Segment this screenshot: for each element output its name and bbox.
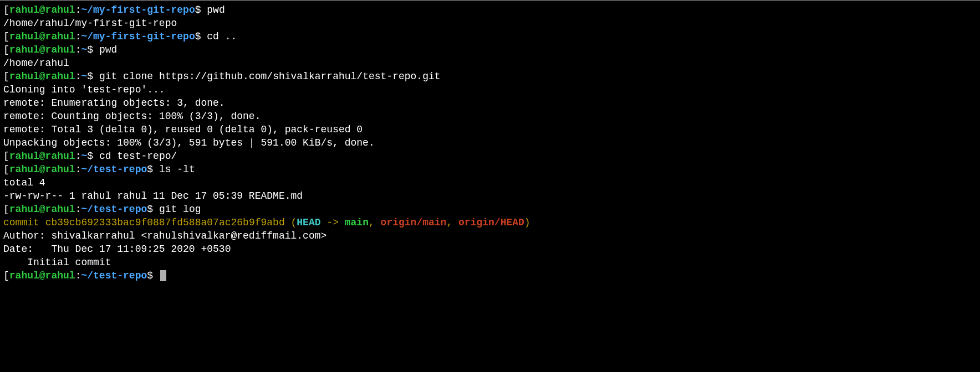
bracket-open: [ [3,270,9,281]
command-text: cd .. [207,31,237,42]
output-pwd: /home/rahul [3,56,977,70]
user-host: rahul@rahul [9,4,75,16]
colon: : [75,164,81,175]
bracket-open: [ [3,31,9,42]
output-ls-total: total 4 [3,176,977,189]
colon: : [75,270,81,281]
prompt-line-1: [rahul@rahul:~/my-first-git-repo$ pwd [3,3,977,17]
command-text: git clone https://github.com/shivalkarra… [99,71,441,82]
prompt-line-4: [rahul@rahul:~$ git clone https://github… [3,70,977,83]
dollar-sign: $ [87,151,99,162]
output-author: Author: shivalkarrahul <rahulshivalkar@r… [3,229,977,242]
command-text: git log [159,204,201,215]
git-commit-line: commit cb39cb692333bac9f0887fd588a07ac26… [3,216,977,229]
cwd-path: ~ [81,44,87,55]
colon: : [75,44,81,55]
output-date: Date: Thu Dec 17 11:09:25 2020 +0530 [3,242,977,256]
output-pwd: /home/rahul/my-first-git-repo [3,17,977,30]
prompt-line-7: [rahul@rahul:~/test-repo$ git log [3,203,977,216]
paren-open: ( [285,217,297,228]
separator: , [369,217,381,228]
prompt-line-3: [rahul@rahul:~$ pwd [3,43,977,56]
prompt-line-8[interactable]: [rahul@rahul:~/test-repo$ [3,269,977,282]
dollar-sign: $ [87,44,99,55]
cwd-path: ~/my-first-git-repo [81,31,195,42]
dollar-sign: $ [147,270,159,281]
command-text: ls -lt [159,164,195,175]
cwd-path: ~/my-first-git-repo [81,4,195,16]
user-host: rahul@rahul [9,204,75,215]
bracket-open: [ [3,71,9,82]
prompt-line-6: [rahul@rahul:~/test-repo$ ls -lt [3,163,977,176]
cwd-path: ~/test-repo [81,204,147,215]
commit-label: commit [3,217,45,228]
user-host: rahul@rahul [9,71,75,82]
arrow-icon: -> [321,217,345,228]
output-total: remote: Total 3 (delta 0), reused 0 (del… [3,123,977,136]
command-text: pwd [207,4,224,16]
user-host: rahul@rahul [9,31,75,42]
user-host: rahul@rahul [9,164,75,175]
bracket-open: [ [3,204,9,215]
user-host: rahul@rahul [9,270,75,281]
output-clone-into: Cloning into 'test-repo'... [3,83,977,96]
dollar-sign: $ [147,164,159,175]
colon: : [75,71,81,82]
colon: : [75,31,81,42]
head-ref: HEAD [297,217,320,228]
dollar-sign: $ [195,31,207,42]
separator: , [446,217,458,228]
colon: : [75,4,81,16]
colon: : [75,151,81,162]
dollar-sign: $ [195,4,207,16]
terminal[interactable]: [rahul@rahul:~/my-first-git-repo$ pwd /h… [3,3,977,282]
prompt-line-5: [rahul@rahul:~$ cd test-repo/ [3,149,977,163]
cursor-icon [160,270,166,281]
output-unpacking: Unpacking objects: 100% (3/3), 591 bytes… [3,136,977,149]
output-enumerating: remote: Enumerating objects: 3, done. [3,96,977,110]
bracket-open: [ [3,151,9,162]
paren-close: ) [524,217,530,228]
origin-main-ref: origin/main [381,217,447,228]
user-host: rahul@rahul [9,44,75,55]
command-text: pwd [99,44,117,55]
main-branch: main [345,217,369,228]
dollar-sign: $ [147,204,159,215]
output-commit-message: Initial commit [3,256,977,269]
command-text: cd test-repo/ [99,151,177,162]
output-ls-readme: -rw-rw-r-- 1 rahul rahul 11 Dec 17 05:39… [3,189,977,203]
bracket-open: [ [3,164,9,175]
bracket-open: [ [3,44,9,55]
dollar-sign: $ [87,71,99,82]
cwd-path: ~/test-repo [81,164,147,175]
output-counting: remote: Counting objects: 100% (3/3), do… [3,110,977,123]
bracket-open: [ [3,4,9,16]
cwd-path: ~ [81,71,87,82]
colon: : [75,204,81,215]
origin-head-ref: origin/HEAD [458,217,524,228]
cwd-path: ~/test-repo [81,270,147,281]
cwd-path: ~ [81,151,87,162]
user-host: rahul@rahul [9,151,75,162]
commit-hash: cb39cb692333bac9f0887fd588a07ac26b9f9abd [45,217,285,228]
prompt-line-2: [rahul@rahul:~/my-first-git-repo$ cd .. [3,30,977,43]
